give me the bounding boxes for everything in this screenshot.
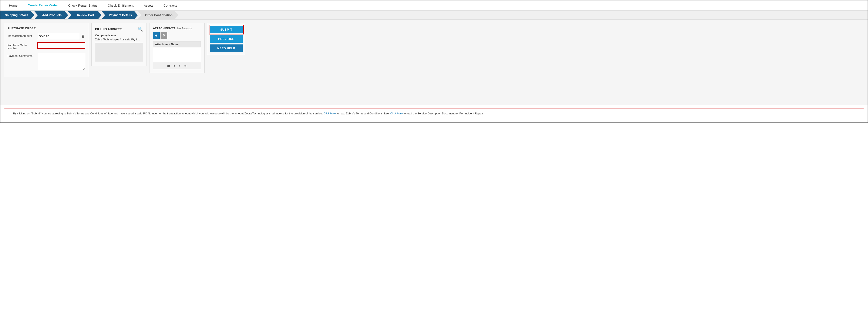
terms-text-between: to read Zebra's Terms and Conditions Sal… — [336, 112, 391, 115]
transaction-amount-input[interactable] — [37, 33, 79, 39]
pagination-last[interactable]: ⏭ — [183, 64, 188, 68]
nav-home[interactable]: Home — [4, 1, 23, 10]
payment-comments-input-wrapper — [37, 53, 85, 70]
payment-comments-label: Payment Comments — [7, 53, 37, 57]
attachment-pagination: ⏮ ◄ ► ⏭ — [153, 62, 201, 69]
attachment-name-column: Attachment Name — [153, 41, 201, 48]
transaction-amount-label: Transaction Amount — [7, 33, 37, 37]
billing-address-textarea[interactable] — [95, 43, 143, 62]
action-panel: SUBMIT PREVIOUS NEED HELP — [207, 23, 245, 55]
terms-checkbox[interactable] — [8, 112, 11, 115]
step-shipping-details[interactable]: Shipping Details — [0, 11, 34, 19]
step-add-products[interactable]: Add Products — [34, 11, 68, 19]
no-records-badge: No Records — [177, 27, 192, 30]
remove-attachment-button[interactable]: ✕ — [160, 32, 167, 39]
attachment-table-wrapper: Attachment Name — [153, 41, 201, 62]
company-name-label: Company Name — [95, 34, 143, 37]
transaction-amount-row: Transaction Amount 🗎 — [7, 33, 85, 39]
billing-address-panel: BILLING ADDRESS 🔍 Company Name Zebra Tec… — [91, 23, 147, 66]
main-content: PURCHASE ORDER Transaction Amount 🗎 Purc… — [0, 20, 868, 104]
need-help-button[interactable]: NEED HELP — [210, 44, 243, 52]
billing-address-title: BILLING ADDRESS — [95, 27, 122, 31]
nav-check-repair-status[interactable]: Check Repair Status — [63, 1, 103, 10]
step-order-confirmation[interactable]: Order Confirmation — [137, 11, 178, 19]
payment-comments-row: Payment Comments — [7, 53, 85, 70]
attachment-table: Attachment Name — [153, 41, 201, 48]
step-review-cart[interactable]: Review Cart — [68, 11, 102, 19]
company-name-value: Zebra Technologies Australia Pty Lt... — [95, 38, 143, 41]
terms-section: By clicking on "Submit" you are agreeing… — [4, 108, 864, 119]
top-navigation: Home Create Repair Order Check Repair St… — [0, 0, 868, 11]
nav-assets[interactable]: Assets — [138, 1, 158, 10]
pagination-prev[interactable]: ◄ — [172, 64, 177, 68]
nav-create-repair-order[interactable]: Create Repair Order — [23, 0, 63, 10]
purchase-order-number-label: Purchase OrderNumber — [7, 42, 37, 50]
submit-button[interactable]: SUBMIT — [210, 26, 243, 33]
purchase-order-number-input-wrapper — [37, 42, 85, 49]
attachments-header: ATTACHMENTS No Records — [153, 27, 201, 30]
billing-search-icon[interactable]: 🔍 — [138, 27, 143, 32]
terms-text: By clicking on "Submit" you are agreeing… — [13, 112, 484, 116]
step-bar: Shipping Details Add Products Review Car… — [0, 11, 868, 20]
attachments-title: ATTACHMENTS — [153, 27, 175, 30]
step-payment-details[interactable]: Payment Details — [101, 11, 138, 19]
nav-contracts[interactable]: Contracts — [158, 1, 182, 10]
terms-link1[interactable]: Click here — [323, 112, 336, 115]
pagination-first[interactable]: ⏮ — [166, 64, 171, 68]
nav-check-entitlement[interactable]: Check Entitlement — [102, 1, 138, 10]
add-attachment-button[interactable]: + — [153, 32, 160, 39]
panels-row: PURCHASE ORDER Transaction Amount 🗎 Purc… — [4, 23, 864, 77]
transaction-amount-input-wrapper: 🗎 — [37, 33, 85, 39]
attachments-panel: ATTACHMENTS No Records + ✕ Attachment Na… — [149, 23, 205, 73]
payment-comments-input[interactable] — [37, 53, 85, 70]
purchase-order-title: PURCHASE ORDER — [7, 27, 85, 30]
attachment-buttons: + ✕ — [153, 32, 201, 39]
terms-text-before-link1: By clicking on "Submit" you are agreeing… — [13, 112, 323, 115]
billing-header: BILLING ADDRESS 🔍 — [95, 27, 143, 32]
purchase-order-number-input[interactable] — [37, 42, 85, 49]
document-icon[interactable]: 🗎 — [81, 34, 85, 39]
terms-link2[interactable]: Click here — [391, 112, 403, 115]
terms-text-after: to read the Service Description Document… — [403, 112, 484, 115]
pagination-next[interactable]: ► — [177, 64, 182, 68]
previous-button[interactable]: PREVIOUS — [210, 35, 243, 43]
purchase-order-number-row: Purchase OrderNumber — [7, 42, 85, 50]
purchase-order-panel: PURCHASE ORDER Transaction Amount 🗎 Purc… — [4, 23, 89, 77]
